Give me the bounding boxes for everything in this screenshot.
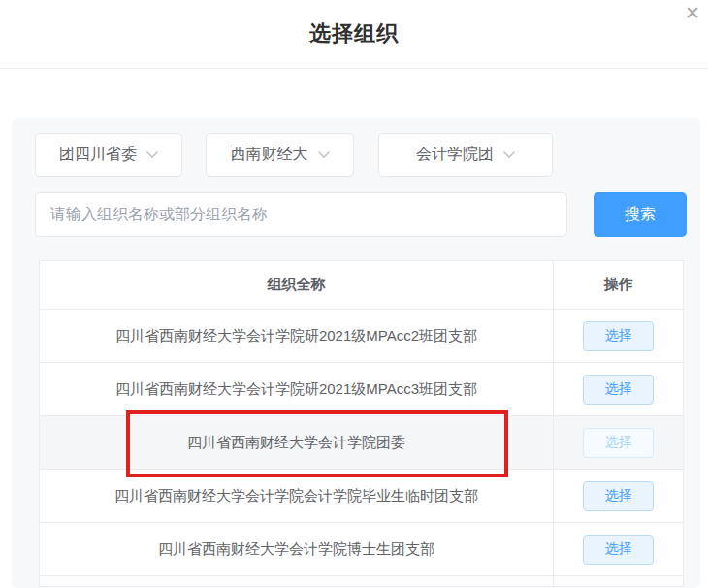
org-level1-select-value: 团四川省委 <box>59 145 137 165</box>
org-name-cell: 四川省西南财经大学会计学院研2021级MPAcc2班团支部 <box>40 310 554 362</box>
select-organization-dialog: ✕ 选择组织 团四川省委 西南财经大 会计学院团 搜索 组织全称 <box>0 0 708 588</box>
select-button-disabled: 选择 <box>583 428 654 458</box>
org-level3-select[interactable]: 会计学院团 <box>378 133 553 177</box>
table-row: 四川省西南财经大学会计学院博士生团支部 选择 <box>40 523 683 576</box>
org-name-cell <box>40 576 554 586</box>
table-row: 四川省西南财经大学会计学院会计学院毕业生临时团支部 选择 <box>40 470 683 523</box>
org-name-cell: 四川省西南财经大学会计学院博士生团支部 <box>40 523 554 575</box>
dialog-title: 选择组织 <box>0 19 708 49</box>
select-button[interactable]: 选择 <box>583 375 654 405</box>
filter-panel: 团四川省委 西南财经大 会计学院团 搜索 组织全称 操作 四 <box>12 118 700 588</box>
chevron-down-icon <box>503 151 515 159</box>
org-name-cell: 四川省西南财经大学会计学院会计学院毕业生临时团支部 <box>40 470 554 522</box>
action-cell: 选择 <box>554 470 683 522</box>
select-button[interactable]: 选择 <box>583 321 654 351</box>
table-header-row: 组织全称 操作 <box>40 261 683 310</box>
org-name-column-header: 组织全称 <box>40 261 554 309</box>
action-cell: 选择 <box>554 310 683 362</box>
action-cell: 选择 <box>554 363 683 415</box>
search-input[interactable] <box>35 192 567 237</box>
chevron-down-icon <box>318 151 330 159</box>
org-level1-select[interactable]: 团四川省委 <box>35 133 182 177</box>
select-button[interactable]: 选择 <box>583 481 654 511</box>
table-row: 四川省西南财经大学会计学院研2021级MPAcc3班团支部 选择 <box>40 363 683 416</box>
org-name-cell: 四川省西南财经大学会计学院研2021级MPAcc3班团支部 <box>40 363 554 415</box>
select-button[interactable]: 选择 <box>583 535 654 565</box>
action-cell: 选择 <box>554 416 683 469</box>
table-row-partial <box>40 576 683 587</box>
org-level2-select-value: 西南财经大 <box>231 145 308 165</box>
title-divider <box>0 68 708 69</box>
org-level2-select[interactable]: 西南财经大 <box>206 133 354 177</box>
action-column-header: 操作 <box>554 261 683 309</box>
action-cell <box>554 576 683 586</box>
org-level3-select-value: 会计学院团 <box>416 145 494 165</box>
search-button[interactable]: 搜索 <box>594 192 687 237</box>
table-row-highlighted: 四川省西南财经大学会计学院团委 选择 <box>40 416 683 470</box>
table-row: 四川省西南财经大学会计学院研2021级MPAcc2班团支部 选择 <box>40 310 683 363</box>
chevron-down-icon <box>146 151 158 159</box>
action-cell: 选择 <box>554 523 683 575</box>
organization-table: 组织全称 操作 四川省西南财经大学会计学院研2021级MPAcc2班团支部 选择… <box>39 260 684 587</box>
org-name-cell: 四川省西南财经大学会计学院团委 <box>40 416 554 469</box>
